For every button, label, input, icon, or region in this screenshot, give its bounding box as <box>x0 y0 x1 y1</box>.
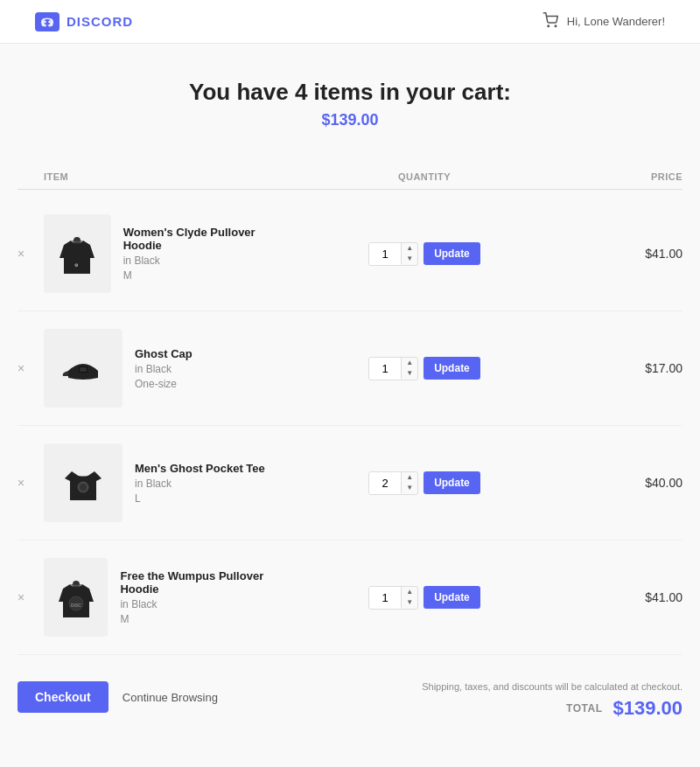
cart-icon[interactable] <box>542 12 558 31</box>
qty-down-button[interactable]: ▼ <box>402 483 417 493</box>
cart-actions-left: Checkout Continue Browsing <box>18 681 218 713</box>
site-header: DISCORD Hi, Lone Wanderer! <box>0 0 700 44</box>
discord-logo-icon <box>35 10 60 34</box>
cart-summary: Shipping, taxes, and discounts will be c… <box>422 681 682 720</box>
item-image <box>44 329 122 408</box>
item-info-col: Men's Ghost Pocket Tee in Black L <box>44 443 271 522</box>
qty-input-wrap: ▲ ▼ <box>368 586 418 610</box>
qty-up-button[interactable]: ▲ <box>402 243 417 254</box>
qty-down-button[interactable]: ▼ <box>402 254 417 264</box>
item-price: $41.00 <box>578 247 682 261</box>
remove-cell: × <box>18 590 44 604</box>
item-size: M <box>123 269 271 282</box>
item-size: M <box>120 613 271 625</box>
qty-down-button[interactable]: ▼ <box>402 597 417 608</box>
item-details: Women's Clyde Pullover Hoodie in Black M <box>123 226 271 282</box>
item-price: $40.00 <box>578 476 682 490</box>
svg-point-13 <box>80 484 87 491</box>
remove-cell: × <box>18 476 44 490</box>
qty-up-button[interactable]: ▲ <box>402 358 417 368</box>
svg-point-3 <box>548 25 550 27</box>
item-image <box>44 443 122 522</box>
svg-point-4 <box>555 25 556 27</box>
item-details: Free the Wumpus Pullover Hoodie in Black… <box>120 569 271 625</box>
cart-item-row: × Ghost Cap in Black One-size ▲ ▼ <box>18 311 682 426</box>
col-price-label: PRICE <box>578 171 682 182</box>
remove-item-button[interactable]: × <box>18 362 24 374</box>
qty-up-button[interactable]: ▲ <box>402 472 417 483</box>
cart-actions: Checkout Continue Browsing Shipping, tax… <box>18 681 682 720</box>
main-content: You have 4 items in your cart: $139.00 I… <box>0 44 700 767</box>
qty-spinners: ▲ ▼ <box>401 358 417 379</box>
qty-input-wrap: ▲ ▼ <box>368 471 418 495</box>
item-info-col: ⚙ Women's Clyde Pullover Hoodie in Black… <box>44 214 271 293</box>
svg-rect-0 <box>35 12 60 31</box>
continue-browsing-button[interactable]: Continue Browsing <box>122 691 218 704</box>
remove-item-button[interactable]: × <box>18 591 24 603</box>
update-button[interactable]: Update <box>424 242 480 265</box>
qty-spinners: ▲ ▼ <box>401 472 417 493</box>
item-price: $17.00 <box>578 361 682 375</box>
update-button[interactable]: Update <box>424 471 480 494</box>
qty-input[interactable] <box>369 358 401 380</box>
total-amount: $139.00 <box>612 697 682 720</box>
item-price: $41.00 <box>578 590 682 604</box>
svg-point-2 <box>48 20 50 22</box>
user-greeting: Hi, Lone Wanderer! <box>567 15 665 28</box>
item-details: Men's Ghost Pocket Tee in Black L <box>135 462 265 505</box>
qty-input-wrap: ▲ ▼ <box>368 357 418 380</box>
remove-item-button[interactable]: × <box>18 248 24 260</box>
svg-point-1 <box>44 20 46 22</box>
cart-table-header: ITEM QUANTITY PRICE <box>18 164 682 190</box>
cart-item-row: × DISC Free the Wumpus Pullover Hoodie i… <box>18 540 682 655</box>
item-details: Ghost Cap in Black One-size <box>135 347 192 390</box>
qty-spinners: ▲ ▼ <box>401 587 417 608</box>
cart-item-row: × ⚙ Women's Clyde Pullover Hoodie in Bla… <box>18 197 682 311</box>
cart-item-row: × Men's Ghost Pocket Tee in Black L ▲ ▼ <box>18 426 682 540</box>
item-name: Free the Wumpus Pullover Hoodie <box>120 569 271 596</box>
qty-input-wrap: ▲ ▼ <box>368 242 418 266</box>
checkout-button[interactable]: Checkout <box>18 681 108 713</box>
page-title: You have 4 items in your cart: <box>18 79 682 106</box>
page-cart-total: $139.00 <box>18 111 682 129</box>
item-name: Women's Clyde Pullover Hoodie <box>123 226 271 252</box>
item-info-col: Ghost Cap in Black One-size <box>44 329 271 408</box>
item-qty-col: ▲ ▼ Update <box>271 586 578 610</box>
qty-input[interactable] <box>369 472 401 494</box>
update-button[interactable]: Update <box>424 586 480 609</box>
logo[interactable]: DISCORD <box>35 10 133 34</box>
svg-point-6 <box>74 237 80 244</box>
header-user-area: Hi, Lone Wanderer! <box>542 12 665 31</box>
remove-cell: × <box>18 361 44 375</box>
item-size: L <box>135 492 265 505</box>
item-size: One-size <box>135 378 192 390</box>
logo-text: DISCORD <box>66 14 133 29</box>
col-qty-label: QUANTITY <box>271 171 578 182</box>
item-qty-col: ▲ ▼ Update <box>271 471 578 495</box>
qty-spinners: ▲ ▼ <box>401 243 417 264</box>
qty-input[interactable] <box>369 587 401 609</box>
item-name: Men's Ghost Pocket Tee <box>135 462 265 475</box>
page-title-section: You have 4 items in your cart: $139.00 <box>18 79 682 129</box>
qty-down-button[interactable]: ▼ <box>402 368 417 379</box>
item-name: Ghost Cap <box>135 347 192 360</box>
item-color: in Black <box>135 478 265 490</box>
item-qty-col: ▲ ▼ Update <box>271 242 578 266</box>
svg-point-15 <box>73 581 80 588</box>
qty-input[interactable] <box>369 243 401 265</box>
remove-item-button[interactable]: × <box>18 477 24 489</box>
item-info-col: DISC Free the Wumpus Pullover Hoodie in … <box>44 558 271 637</box>
col-item-label: ITEM <box>44 171 271 182</box>
item-color: in Black <box>123 255 271 267</box>
item-image: DISC <box>44 558 108 637</box>
total-row: TOTAL $139.00 <box>422 697 682 720</box>
item-image: ⚙ <box>44 214 111 293</box>
update-button[interactable]: Update <box>424 357 480 380</box>
shipping-note: Shipping, taxes, and discounts will be c… <box>422 681 682 692</box>
qty-up-button[interactable]: ▲ <box>402 587 417 597</box>
svg-rect-10 <box>80 367 87 372</box>
item-qty-col: ▲ ▼ Update <box>271 357 578 380</box>
item-color: in Black <box>135 363 192 375</box>
total-label: TOTAL <box>566 702 602 715</box>
svg-text:DISC: DISC <box>71 603 81 608</box>
